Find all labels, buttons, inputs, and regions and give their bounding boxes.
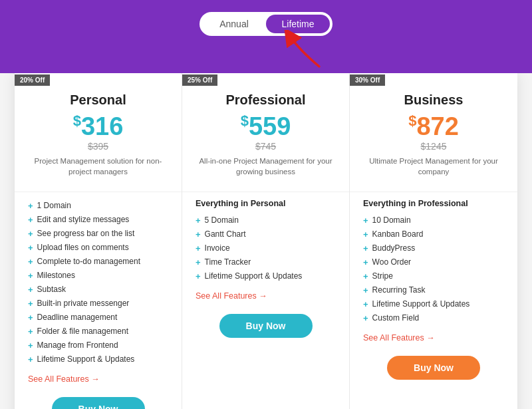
feature-text: Upload files on comments [37,243,129,252]
business-divider [350,192,517,192]
personal-description: Project Management solution for non-proj… [28,156,168,177]
plus-icon: + [196,229,201,239]
annual-toggle[interactable]: Annual [202,15,266,33]
plus-icon: + [28,285,33,295]
professional-plan-name: Professional [196,92,336,108]
feature-item: +Upload files on comments [28,241,168,255]
professional-includes-title: Everything in Personal [196,199,336,208]
plus-icon: + [363,299,368,309]
plus-icon: + [363,271,368,281]
plus-icon: + [196,243,201,253]
plus-icon: + [28,341,33,350]
business-features: Everything in Professional+10 Domain+Kan… [350,199,517,325]
feature-text: Custom Field [372,313,420,323]
professional-discount-badge: 25% Off [182,74,217,86]
plus-icon: + [28,201,33,211]
feature-item: +Subtask [28,283,168,297]
pricing-cards: 20% Off Personal $316 $395 Project Manag… [15,73,517,409]
personal-see-all-link[interactable]: See All Features → [28,374,100,384]
feature-text: Time Tracker [205,257,251,267]
plus-icon: + [28,215,33,225]
feature-item: +10 Domain [363,213,504,227]
feature-item: +Stripe [363,269,504,283]
feature-text: Built-in private messenger [37,299,130,308]
feature-text: Stripe [372,271,393,281]
professional-divider [182,192,349,192]
feature-item: +Lifetime Support & Updates [363,297,504,311]
feature-text: See progress bar on the list [37,229,135,238]
feature-text: Kanban Board [372,229,424,239]
personal-dollar-sign: $ [73,112,81,129]
business-buy-button[interactable]: Buy Now [387,356,480,380]
personal-original-price: $395 [28,141,168,152]
professional-dollar-sign: $ [241,112,249,129]
feature-text: 5 Domain [205,215,239,225]
professional-original-price: $745 [196,141,336,152]
personal-buy-button[interactable]: Buy Now [52,397,145,409]
professional-see-all-link[interactable]: See All Features → [196,291,267,301]
professional-description: All-in-one Project Management for your g… [196,156,336,177]
professional-buy-button[interactable]: Buy Now [219,314,313,338]
business-plan-card: 30% Off Business $872 $1245 Ultimate Pro… [350,73,517,409]
top-section: Annual Lifetime [0,0,532,73]
plus-icon: + [28,271,33,281]
personal-price: $316 [28,113,168,141]
business-plan-name: Business [363,92,504,108]
plus-icon: + [363,215,368,225]
feature-item: +Custom Field [363,311,504,325]
feature-text: Subtask [37,285,66,294]
plus-icon: + [28,327,33,337]
professional-card-header: Professional $559 $745 All-in-one Projec… [182,86,349,185]
plus-icon: + [28,313,33,323]
plus-icon: + [28,243,33,253]
feature-item: +Recurring Task [363,283,504,297]
feature-item: +Deadline management [28,311,168,325]
business-dollar-sign: $ [408,112,416,129]
feature-text: Edit and stylize messages [37,215,130,224]
feature-item: +Lifetime Support & Updates [28,352,168,366]
feature-item: +Folder & file management [28,325,168,339]
business-see-all-link[interactable]: See All Features → [363,333,435,342]
feature-item: +Woo Order [363,255,504,269]
professional-features: Everything in Personal+5 Domain+Gantt Ch… [182,199,349,283]
feature-text: Milestones [37,271,75,280]
business-original-price: $1245 [363,141,504,152]
plus-icon: + [363,243,368,253]
feature-item: +5 Domain [196,213,336,227]
business-description: Ultimate Project Management for your com… [363,156,504,177]
plus-icon: + [28,299,33,309]
feature-item: +Built-in private messenger [28,297,168,311]
feature-text: BuddyPress [372,243,416,253]
feature-item: +Invoice [196,241,336,255]
feature-item: +BuddyPress [363,241,504,255]
feature-text: Lifetime Support & Updates [205,271,303,281]
plus-icon: + [28,257,33,267]
feature-item: +Lifetime Support & Updates [196,269,336,283]
feature-text: 1 Domain [37,201,71,210]
feature-item: +Time Tracker [196,255,336,269]
personal-card-header: Personal $316 $395 Project Management so… [15,86,182,185]
professional-price: $559 [196,113,336,141]
plus-icon: + [28,354,33,364]
plus-icon: + [196,257,201,267]
feature-text: Complete to-do management [37,257,140,266]
plus-icon: + [196,215,201,225]
personal-price-value: 316 [81,112,123,140]
plus-icon: + [363,313,368,323]
business-discount-badge: 30% Off [350,74,385,86]
professional-plan-card: 25% Off Professional $559 $745 All-in-on… [182,73,350,409]
personal-features: +1 Domain+Edit and stylize messages+See … [15,199,182,366]
personal-divider [15,192,182,192]
professional-price-value: 559 [249,112,291,140]
plus-icon: + [363,285,368,295]
business-includes-title: Everything in Professional [363,199,504,208]
feature-text: Woo Order [372,257,411,267]
feature-text: Lifetime Support & Updates [37,354,135,364]
business-card-header: Business $872 $1245 Ultimate Project Man… [350,86,517,185]
feature-item: +Edit and stylize messages [28,213,168,227]
feature-item: +1 Domain [28,199,168,213]
feature-text: Invoice [205,243,230,253]
feature-item: +Complete to-do management [28,255,168,269]
personal-plan-card: 20% Off Personal $316 $395 Project Manag… [15,73,182,409]
plus-icon: + [363,229,368,239]
